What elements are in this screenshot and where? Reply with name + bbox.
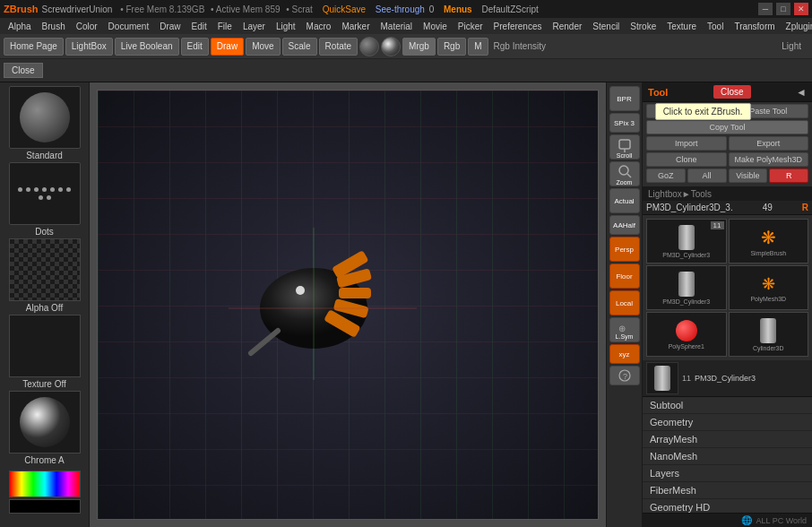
standard-brush-preview[interactable]: [9, 86, 81, 149]
import-button[interactable]: Import: [646, 136, 727, 151]
menu-layer[interactable]: Layer: [238, 21, 270, 32]
menu-item-geometry[interactable]: Geometry: [643, 414, 812, 431]
draw-button[interactable]: Draw: [211, 38, 244, 56]
menu-stroke[interactable]: Stroke: [626, 21, 661, 32]
lightbox-button[interactable]: LightBox: [65, 38, 113, 56]
tool-thumb-pm3d-1[interactable]: 11 PM3D_Cylinder3: [646, 219, 727, 264]
rgb-button[interactable]: Rgb: [437, 38, 466, 56]
actual-button[interactable]: Actual: [609, 188, 640, 213]
black-swatch[interactable]: [9, 499, 81, 514]
minimize-button[interactable]: ─: [758, 3, 773, 15]
tool-thumb-cylinder3d[interactable]: Cylinder3D: [729, 312, 809, 357]
menu-light[interactable]: Light: [272, 21, 300, 32]
menu-marker[interactable]: Marker: [337, 21, 374, 32]
menu-item-fibermesh[interactable]: FiberMesh: [643, 482, 812, 499]
menu-tool[interactable]: Tool: [703, 21, 728, 32]
bottom-strip-btn[interactable]: ?: [609, 366, 640, 385]
material-sphere[interactable]: [359, 37, 379, 56]
clone-button[interactable]: Clone: [646, 152, 727, 167]
scale-button[interactable]: Scale: [282, 38, 317, 56]
menu-document[interactable]: Document: [104, 21, 154, 32]
menu-texture[interactable]: Texture: [662, 21, 701, 32]
menu-edit[interactable]: Edit: [187, 21, 212, 32]
aahalf-button[interactable]: AAHalf: [609, 215, 640, 235]
rotate-button[interactable]: Rotate: [319, 38, 358, 56]
menu-material[interactable]: Material: [376, 21, 418, 32]
menu-macro[interactable]: Macro: [302, 21, 336, 32]
menu-render[interactable]: Render: [549, 21, 587, 32]
menu-picker[interactable]: Picker: [454, 21, 488, 32]
goz-button[interactable]: GoZ: [646, 168, 686, 183]
svg-rect-10: [619, 140, 630, 149]
m-button[interactable]: M: [468, 38, 488, 56]
menu-item-geometry-hd[interactable]: Geometry HD: [643, 499, 812, 513]
last-thumb-label: PM3D_Cylinder3: [695, 374, 756, 383]
live-boolean-button[interactable]: Live Boolean: [115, 38, 179, 56]
tool-row-5: GoZ All Visible R: [646, 168, 808, 183]
tool-close-button[interactable]: Close: [713, 85, 751, 99]
menu-movie[interactable]: Movie: [419, 21, 452, 32]
lsym-button[interactable]: ⊕ L.Sym: [609, 317, 640, 342]
lightbox-tools-header[interactable]: Lightbox►Tools: [643, 187, 812, 201]
home-page-button[interactable]: Home Page: [4, 38, 64, 56]
menu-color[interactable]: Color: [72, 21, 102, 32]
chrome-label: Chrome A: [4, 455, 85, 465]
menu-item-arraymesh[interactable]: ArrayMesh: [643, 431, 812, 448]
window-close-button[interactable]: ✕: [794, 3, 808, 15]
zoom-button[interactable]: Zoom: [609, 161, 640, 186]
export-button[interactable]: Export: [729, 136, 809, 151]
tool-thumb-pm3d-2[interactable]: PM3D_Cylinder3: [646, 265, 727, 310]
menu-item-subtool[interactable]: Subtool: [643, 397, 812, 414]
menu-zplugin[interactable]: Zplugin: [782, 21, 812, 32]
menu-stencil[interactable]: Stencil: [588, 21, 624, 32]
canvas-area[interactable]: [90, 82, 606, 527]
tool-thumb-simple[interactable]: ❋ SimpleBrush: [729, 219, 809, 264]
texture-preview[interactable]: [9, 315, 81, 377]
mrgb-button[interactable]: Mrgb: [402, 38, 436, 56]
alpha-preview[interactable]: [9, 238, 81, 301]
matcap-sphere[interactable]: [381, 37, 401, 56]
make-polymesh-button[interactable]: Make PolyMesh3D: [729, 152, 809, 167]
menu-item-layers[interactable]: Layers: [643, 465, 812, 482]
xyz-button[interactable]: xyz: [609, 344, 640, 364]
persp-button[interactable]: Persp: [609, 237, 640, 262]
floor-button[interactable]: Floor: [609, 264, 640, 289]
toolbar2: Close: [0, 59, 812, 82]
right-strip: BPR SPix 3 Scroll Zoom Actual AAHalf Per…: [606, 82, 642, 527]
menu-brush[interactable]: Brush: [38, 21, 70, 32]
chrome-preview[interactable]: [9, 391, 81, 454]
last-thumb-count: 11: [682, 374, 691, 383]
menu-item-nanomesh[interactable]: NanoMesh: [643, 448, 812, 465]
menu-preferences[interactable]: Preferences: [489, 21, 547, 32]
close-button[interactable]: Close: [4, 63, 43, 78]
last-thumb[interactable]: [646, 362, 678, 394]
bpr-button[interactable]: BPR: [609, 86, 640, 111]
local-button[interactable]: Local: [609, 290, 640, 315]
spix-button[interactable]: SPix 3: [609, 113, 640, 133]
tool-thumb-polysphere[interactable]: PolySphere1: [646, 312, 727, 357]
visible-button[interactable]: Visible: [729, 168, 768, 183]
copy-tool-button[interactable]: Copy Tool: [646, 120, 808, 134]
maximize-button[interactable]: □: [776, 3, 790, 15]
tool-thumb-polymesh[interactable]: ❋ PolyMesh3D: [729, 265, 809, 310]
all-button[interactable]: All: [687, 168, 727, 183]
dot-9: [47, 195, 51, 200]
panel-toggle-button[interactable]: ◄: [796, 86, 807, 99]
menu-transform[interactable]: Transform: [730, 21, 779, 32]
menu-file[interactable]: File: [213, 21, 237, 32]
menu-draw[interactable]: Draw: [155, 21, 185, 32]
scroll-button[interactable]: Scroll: [609, 134, 640, 160]
color-swatch[interactable]: [9, 471, 81, 497]
r-button[interactable]: R: [769, 168, 808, 183]
light-label: Light: [782, 41, 801, 51]
active-tool-name: PM3D_Cylinder3D_3.: [646, 203, 733, 212]
menu-alpha[interactable]: Alpha: [4, 21, 36, 32]
dots-preview[interactable]: [9, 162, 81, 225]
far-right-header: Tool Close Click to exit ZBrush. ◄: [643, 82, 812, 102]
watermark-text: ALL PC World: [756, 516, 807, 525]
edit-button[interactable]: Edit: [181, 38, 209, 56]
tool-row-4: Clone Make PolyMesh3D: [646, 152, 808, 167]
polymesh-icon: ❋: [762, 274, 775, 294]
move-button[interactable]: Move: [246, 38, 280, 56]
query-icon: ?: [618, 369, 631, 382]
